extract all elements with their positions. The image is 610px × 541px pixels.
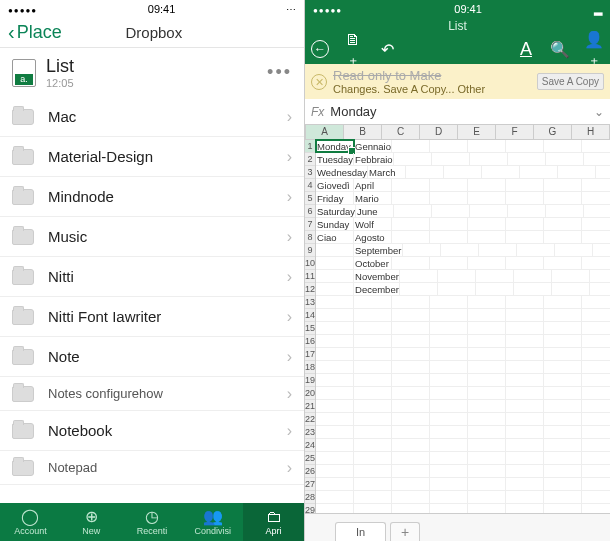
cell-B6[interactable]: June [356, 205, 394, 217]
cell-H23[interactable] [582, 426, 610, 438]
cell-C21[interactable] [392, 400, 430, 412]
cell-E18[interactable] [468, 361, 506, 373]
cell-E19[interactable] [468, 374, 506, 386]
cell-E25[interactable] [468, 452, 506, 464]
back-button[interactable]: ← [311, 40, 329, 58]
add-sheet-button[interactable]: + [390, 522, 420, 541]
cell-B23[interactable] [354, 426, 392, 438]
row-header-3[interactable]: 3 [305, 166, 315, 179]
cell-E17[interactable] [468, 348, 506, 360]
folder-row[interactable]: Mindnode› [0, 177, 304, 217]
cell-B22[interactable] [354, 413, 392, 425]
cell-D8[interactable] [430, 231, 468, 243]
row-header-7[interactable]: 7 [305, 218, 315, 231]
cell-B14[interactable] [354, 309, 392, 321]
tab-account[interactable]: ◯Account [0, 503, 61, 541]
cell-F15[interactable] [506, 322, 544, 334]
cell-C19[interactable] [392, 374, 430, 386]
cell-E16[interactable] [468, 335, 506, 347]
cell-H19[interactable] [582, 374, 610, 386]
cell-C20[interactable] [392, 387, 430, 399]
cell-C3[interactable] [406, 166, 444, 178]
cell-G13[interactable] [544, 296, 582, 308]
cell-F26[interactable] [506, 465, 544, 477]
cell-E12[interactable] [476, 283, 514, 295]
cell-A3[interactable]: Wednesday [316, 166, 368, 178]
cell-D18[interactable] [430, 361, 468, 373]
col-header-D[interactable]: D [420, 125, 458, 139]
cell-D4[interactable] [430, 179, 468, 191]
row-header-12[interactable]: 12 [305, 283, 315, 296]
cell-E1[interactable] [468, 140, 506, 152]
cell-B20[interactable] [354, 387, 392, 399]
cell-F24[interactable] [506, 439, 544, 451]
cell-D2[interactable] [432, 153, 470, 165]
cell-F2[interactable] [508, 153, 546, 165]
cell-A28[interactable] [316, 491, 354, 503]
sheet-tab[interactable]: In [335, 522, 386, 541]
tab-new[interactable]: ⊕New [61, 503, 122, 541]
new-file-button[interactable]: 🗎₊ [343, 31, 363, 68]
cell-F10[interactable] [506, 257, 544, 269]
cell-A29[interactable] [316, 504, 354, 513]
cell-G6[interactable] [546, 205, 584, 217]
cell-E24[interactable] [468, 439, 506, 451]
cell-F20[interactable] [506, 387, 544, 399]
row-header-15[interactable]: 15 [305, 322, 315, 335]
cell-D15[interactable] [430, 322, 468, 334]
cell-G15[interactable] [544, 322, 582, 334]
cell-F4[interactable] [506, 179, 544, 191]
row-header-2[interactable]: 2 [305, 153, 315, 166]
cell-H15[interactable] [582, 322, 610, 334]
row-header-9[interactable]: 9 [305, 244, 315, 257]
row-header-21[interactable]: 21 [305, 400, 315, 413]
cell-B9[interactable]: September [354, 244, 402, 256]
row-header-23[interactable]: 23 [305, 426, 315, 439]
cell-C16[interactable] [392, 335, 430, 347]
cell-C28[interactable] [392, 491, 430, 503]
folder-row[interactable]: Notebook› [0, 411, 304, 451]
cell-H5[interactable] [582, 192, 610, 204]
cell-D27[interactable] [430, 478, 468, 490]
cell-D1[interactable] [430, 140, 468, 152]
cell-F8[interactable] [506, 231, 544, 243]
cell-A14[interactable] [316, 309, 354, 321]
cell-F23[interactable] [506, 426, 544, 438]
cell-F11[interactable] [514, 270, 552, 282]
cell-G5[interactable] [544, 192, 582, 204]
cell-A16[interactable] [316, 335, 354, 347]
cell-D20[interactable] [430, 387, 468, 399]
cell-C17[interactable] [392, 348, 430, 360]
cell-B18[interactable] [354, 361, 392, 373]
cell-H12[interactable] [590, 283, 610, 295]
row-header-26[interactable]: 26 [305, 465, 315, 478]
cell-H4[interactable] [582, 179, 610, 191]
cell-H13[interactable] [582, 296, 610, 308]
cell-F29[interactable] [506, 504, 544, 513]
cell-F19[interactable] [506, 374, 544, 386]
cell-F21[interactable] [506, 400, 544, 412]
cell-D6[interactable] [432, 205, 470, 217]
row-header-11[interactable]: 11 [305, 270, 315, 283]
col-header-C[interactable]: C [382, 125, 420, 139]
cell-G12[interactable] [552, 283, 590, 295]
cell-C12[interactable] [400, 283, 438, 295]
cell-G17[interactable] [544, 348, 582, 360]
banner-close-button[interactable]: ✕ [311, 74, 327, 90]
cell-G16[interactable] [544, 335, 582, 347]
tab-condivisi[interactable]: 👥Condivisi [182, 503, 243, 541]
cell-A1[interactable]: Monday [316, 140, 354, 152]
folder-row[interactable]: Note› [0, 337, 304, 377]
cell-C1[interactable] [392, 140, 430, 152]
cell-H27[interactable] [582, 478, 610, 490]
cell-G28[interactable] [544, 491, 582, 503]
cell-D26[interactable] [430, 465, 468, 477]
cell-G19[interactable] [544, 374, 582, 386]
cell-F14[interactable] [506, 309, 544, 321]
cell-H8[interactable] [582, 231, 610, 243]
cell-G9[interactable] [555, 244, 593, 256]
cell-H2[interactable] [584, 153, 610, 165]
cell-C6[interactable] [394, 205, 432, 217]
spreadsheet-grid[interactable]: ABCDEFGH 1234567891011121314151617181920… [305, 125, 610, 513]
cell-H3[interactable] [596, 166, 610, 178]
